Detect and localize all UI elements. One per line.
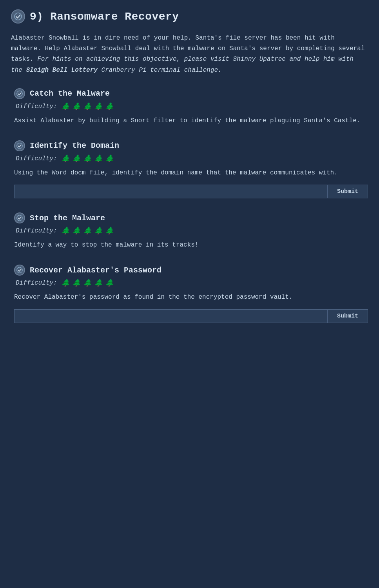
sm-tree-red-1: 🌲: [61, 227, 70, 234]
identify-domain-submit-button[interactable]: Submit: [327, 185, 368, 198]
section-catch-malware: Catch the Malware Difficulty: 🌲 🌲 🌲 🌲 🌲 …: [11, 88, 368, 126]
stop-malware-check-icon: [14, 212, 25, 223]
sm-tree-red-3: 🌲: [83, 227, 92, 234]
svg-point-0: [15, 13, 22, 20]
section-recover-password: Recover Alabaster's Password Difficulty:…: [11, 265, 368, 323]
catch-malware-body: Assist Alabaster by building a Snort fil…: [14, 116, 368, 126]
svg-point-1: [17, 91, 22, 96]
tree-gray-1: 🌲: [94, 103, 103, 110]
identify-domain-title: Identify the Domain: [30, 141, 119, 150]
stop-malware-difficulty-label: Difficulty:: [16, 227, 57, 234]
rp-tree-red-2: 🌲: [72, 279, 81, 287]
catch-malware-difficulty-label: Difficulty:: [16, 103, 57, 110]
intro-bold-text: Sleigh Bell Lottery: [26, 67, 97, 74]
recover-password-difficulty-label: Difficulty:: [16, 279, 57, 287]
title-check-icon: [11, 9, 25, 24]
sm-tree-gray-1: 🌲: [94, 227, 103, 234]
tree-red-1: 🌲: [61, 103, 70, 110]
recover-password-title: Recover Alabaster's Password: [30, 266, 161, 275]
id-tree-red-4: 🌲: [94, 155, 103, 162]
identify-domain-check-icon: [14, 140, 25, 151]
page-title-container: 9) Ransomware Recovery: [11, 9, 368, 24]
identify-domain-difficulty: Difficulty: 🌲 🌲 🌲 🌲 🌲: [16, 155, 368, 162]
tree-red-3: 🌲: [83, 103, 92, 110]
catch-malware-check-icon: [14, 88, 25, 99]
catch-malware-difficulty: Difficulty: 🌲 🌲 🌲 🌲 🌲: [16, 103, 368, 110]
rp-tree-red-3: 🌲: [83, 279, 92, 287]
section-identify-domain-header: Identify the Domain: [14, 140, 368, 151]
id-tree-red-2: 🌲: [72, 155, 81, 162]
identify-domain-input-row: Submit: [14, 185, 368, 198]
sm-tree-red-2: 🌲: [72, 227, 81, 234]
recover-password-check-icon: [14, 265, 25, 276]
section-identify-domain: Identify the Domain Difficulty: 🌲 🌲 🌲 🌲 …: [11, 140, 368, 198]
section-stop-malware: Stop the Malware Difficulty: 🌲 🌲 🌲 🌲 🌲 I…: [11, 212, 368, 250]
stop-malware-difficulty: Difficulty: 🌲 🌲 🌲 🌲 🌲: [16, 227, 368, 234]
recover-password-submit-button[interactable]: Submit: [327, 309, 368, 323]
id-tree-red-3: 🌲: [83, 155, 92, 162]
recover-password-body: Recover Alabaster's password as found in…: [14, 292, 368, 303]
tree-red-2: 🌲: [72, 103, 81, 110]
svg-point-4: [17, 267, 22, 273]
stop-malware-body: Identify a way to stop the malware in it…: [14, 240, 368, 250]
identify-domain-body: Using the Word docm file, identify the d…: [14, 168, 368, 178]
identify-domain-input[interactable]: [14, 185, 327, 198]
recover-password-input[interactable]: [14, 309, 327, 323]
section-stop-malware-header: Stop the Malware: [14, 212, 368, 223]
id-tree-red-5: 🌲: [105, 155, 114, 162]
catch-malware-title: Catch the Malware: [30, 89, 110, 98]
intro-italic-text: For hints on achieving this objective, p…: [11, 56, 354, 73]
section-catch-malware-header: Catch the Malware: [14, 88, 368, 99]
identify-domain-difficulty-label: Difficulty:: [16, 155, 57, 162]
sm-tree-gray-2: 🌲: [105, 227, 114, 234]
id-tree-red-1: 🌲: [61, 155, 70, 162]
intro-paragraph: Alabaster Snowball is in dire need of yo…: [11, 33, 368, 76]
tree-gray-2: 🌲: [105, 103, 114, 110]
stop-malware-title: Stop the Malware: [30, 214, 105, 223]
section-recover-password-header: Recover Alabaster's Password: [14, 265, 368, 276]
recover-password-difficulty: Difficulty: 🌲 🌲 🌲 🌲 🌲: [16, 279, 368, 287]
recover-password-input-row: Submit: [14, 309, 368, 323]
svg-point-2: [17, 143, 22, 149]
rp-tree-red-5: 🌲: [105, 279, 114, 287]
page-title: 9) Ransomware Recovery: [30, 11, 179, 23]
rp-tree-red-1: 🌲: [61, 279, 70, 287]
svg-point-3: [17, 215, 22, 221]
rp-tree-red-4: 🌲: [94, 279, 103, 287]
